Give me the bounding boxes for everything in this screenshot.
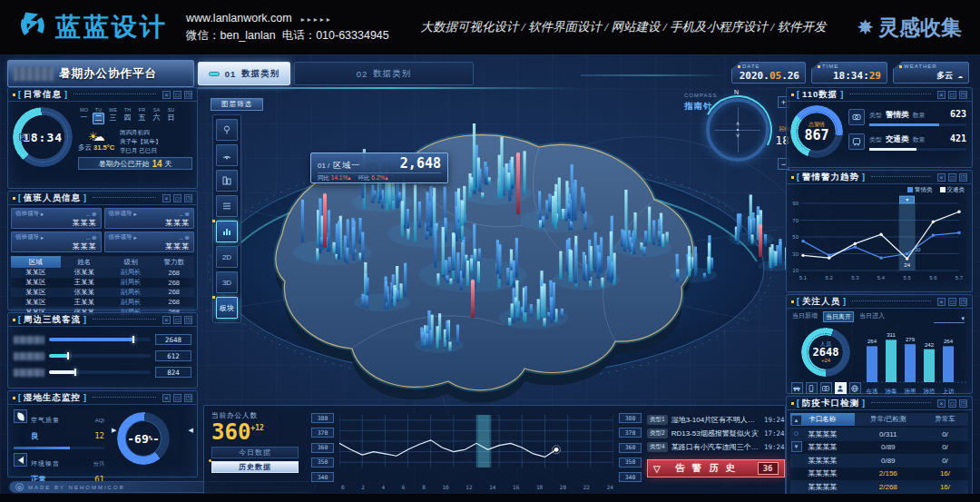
svg-text:▾: ▾	[906, 197, 908, 202]
close-icon[interactable]: ×	[162, 394, 171, 402]
duty-leader-card[interactable]: 值班领导▸‥⊗某某某	[11, 208, 102, 229]
window-icon[interactable]: □	[948, 399, 956, 408]
gauge-right-arrow[interactable]: ◀	[189, 427, 193, 434]
duty-leader-card[interactable]: 值班领导▸‥⊗某某某	[104, 208, 195, 229]
close-icon[interactable]: ×	[937, 91, 946, 99]
expand-icon[interactable]: ◳	[959, 91, 967, 99]
window-icon[interactable]: □	[948, 91, 956, 99]
remove-icon[interactable]: ⊗	[92, 234, 96, 241]
panel-title-bar: [湿地生态监控]×□◳	[8, 391, 197, 405]
panel-title-bar: [关注人员]×□◳	[787, 295, 972, 309]
alert-row[interactable]: 类型2RD13-53烟感报警疑似火灾17:24	[647, 427, 785, 440]
detect-count: 0/89	[855, 441, 922, 455]
alarm-history-banner[interactable]: ▽ 告警历史 36	[647, 459, 785, 477]
history-data-button[interactable]: 历史数据	[211, 461, 299, 473]
contact-block: www.lanlanwork.com▸▸▸▸▸ 微信：ben_lanlan 电话…	[186, 10, 389, 45]
lanlan-logo[interactable]: 蓝蓝设计	[18, 10, 168, 44]
collect-label: 灵感收集	[878, 14, 962, 42]
alert-row[interactable]: 类型1湿地3-104片区有不明人员闯入19:24	[647, 413, 785, 427]
column-header[interactable]: 异常车	[922, 413, 968, 426]
summer-office-banner: 暑期办公已开始14天	[78, 157, 192, 170]
weekday[interactable]: MO一	[78, 107, 90, 124]
remove-icon[interactable]: ⊗	[185, 211, 190, 218]
legend-item: 交通类	[940, 186, 965, 194]
inspiration-collect[interactable]: ✵ 灵感收集	[858, 14, 962, 42]
arrow-icon: ▸	[41, 211, 44, 218]
chart-icon[interactable]	[216, 221, 238, 242]
expand-icon[interactable]: ◳	[959, 298, 967, 306]
layer-button-3D[interactable]: 3D	[216, 271, 238, 293]
panel-title: 湿地生态监控	[24, 392, 81, 404]
weekday[interactable]: TH四	[122, 107, 133, 124]
more-icon[interactable]: ‥	[86, 234, 90, 241]
leaf-icon	[14, 409, 27, 423]
more-icon[interactable]: ‥	[179, 234, 182, 241]
duty-leader-card[interactable]: 值班领导▸‥⊗某某某	[11, 231, 102, 252]
y-tick-box: 370	[311, 428, 334, 438]
close-icon[interactable]: ×	[937, 399, 946, 408]
more-icon[interactable]: ‥	[86, 211, 90, 218]
building-icon[interactable]	[216, 170, 238, 192]
remove-icon[interactable]: ⊗	[185, 234, 190, 241]
radar-icon[interactable]	[216, 144, 238, 166]
close-icon[interactable]: ×	[937, 173, 946, 182]
scroll-down-button[interactable]: ▼	[791, 441, 802, 452]
window-icon[interactable]: □	[173, 394, 181, 402]
expand-icon[interactable]: ◳	[184, 316, 192, 324]
layer-button-2D[interactable]: 2D	[216, 246, 238, 268]
phone-icon[interactable]	[806, 382, 818, 394]
svg-text:50: 50	[792, 234, 799, 240]
today-data-button[interactable]: 今日数据	[211, 447, 299, 458]
close-icon[interactable]: ×	[162, 316, 171, 324]
expand-icon[interactable]: ◳	[184, 91, 192, 99]
column-header[interactable]: 异常/已检测	[855, 413, 922, 426]
weekday[interactable]: SA六	[151, 107, 162, 124]
expand-icon[interactable]: ◳	[184, 194, 192, 202]
tab-data-category-1[interactable]: 01 数据类别	[198, 62, 290, 85]
compass-dial[interactable]: ˄•˅	[706, 98, 769, 162]
layer-button-板块[interactable]: 板块	[216, 297, 238, 319]
window-icon[interactable]: □	[948, 298, 956, 306]
scroll-up-button[interactable]: ▲	[791, 415, 802, 426]
focus-tab[interactable]: 当日进入	[859, 311, 885, 322]
weekday[interactable]: TU二	[93, 107, 104, 124]
camera-icon[interactable]	[820, 382, 832, 394]
focus-tab[interactable]: 当日新增	[792, 311, 818, 322]
car-icon[interactable]	[791, 382, 803, 394]
car-count: 0/	[922, 441, 968, 455]
period-dropdown[interactable]: ▾	[934, 315, 965, 323]
trend-legend: 警情类交通类	[787, 184, 972, 194]
close-icon[interactable]: ×	[162, 194, 171, 202]
alert-row[interactable]: 类型4某路口有小汽车连闯三个红灯19:24	[647, 440, 785, 454]
website-link[interactable]: www.lanlanwork.com	[186, 12, 292, 25]
expand-icon[interactable]: ◳	[959, 399, 967, 408]
pin-icon[interactable]	[216, 119, 238, 141]
arrow-icon: ▸	[41, 234, 44, 241]
tab-data-category-2[interactable]: 02 数据类别	[294, 62, 474, 85]
close-icon[interactable]: ×	[162, 91, 171, 99]
weekday[interactable]: WE三	[107, 107, 119, 124]
more-icon[interactable]: ‥	[179, 211, 182, 218]
remove-icon[interactable]: ⊗	[92, 211, 96, 218]
alert-time: 19:24	[764, 416, 785, 424]
list-icon[interactable]	[216, 195, 238, 217]
svg-text:264: 264	[944, 339, 954, 344]
person-icon[interactable]	[835, 382, 847, 394]
window-icon[interactable]: □	[173, 194, 181, 202]
weekday[interactable]: SU日	[165, 107, 177, 124]
window-icon[interactable]: □	[948, 173, 956, 182]
checkpoint-row: 某某某某0/3110/	[790, 428, 968, 441]
weekday[interactable]: FR五	[136, 107, 148, 124]
window-icon[interactable]: □	[173, 91, 181, 99]
type-count: 421	[950, 133, 966, 143]
window-icon[interactable]: □	[173, 316, 181, 324]
gauge-left-arrow[interactable]: ▶	[112, 427, 116, 434]
focus-tab[interactable]: 当日离开	[823, 311, 854, 322]
table-cell: 268	[154, 278, 194, 288]
expand-icon[interactable]: ◳	[184, 394, 192, 402]
y-tick-box: 360	[619, 443, 642, 453]
close-icon[interactable]: ×	[937, 298, 946, 306]
duty-leader-card[interactable]: 值班领导▸‥⊗某某某	[104, 231, 195, 252]
globe-icon[interactable]	[849, 382, 861, 394]
expand-icon[interactable]: ◳	[959, 173, 967, 182]
